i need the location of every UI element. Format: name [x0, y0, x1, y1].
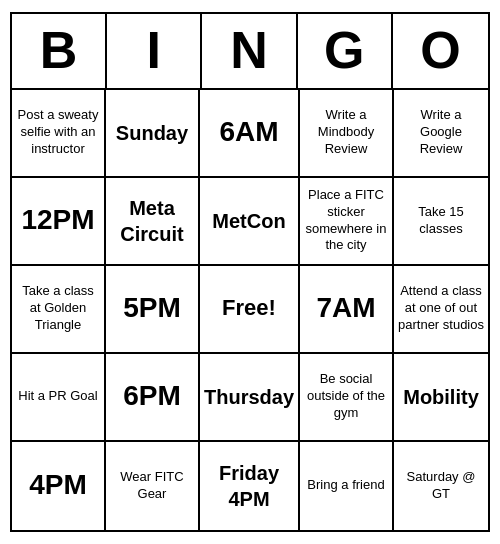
- bingo-card: BINGO Post a sweaty selfie with an instr…: [10, 12, 490, 531]
- bingo-cell-15: Hit a PR Goal: [12, 354, 106, 442]
- bingo-cell-12: Free!: [200, 266, 300, 354]
- bingo-cell-3: Write a Mindbody Review: [300, 90, 394, 178]
- bingo-cell-8: Place a FITC sticker somewhere in the ci…: [300, 178, 394, 266]
- bingo-cell-22: Friday 4PM: [200, 442, 300, 530]
- bingo-cell-17: Thursday: [200, 354, 300, 442]
- bingo-cell-0: Post a sweaty selfie with an instructor: [12, 90, 106, 178]
- bingo-cell-2: 6AM: [200, 90, 300, 178]
- bingo-cell-13: 7AM: [300, 266, 394, 354]
- bingo-cell-16: 6PM: [106, 354, 200, 442]
- bingo-cell-19: Mobility: [394, 354, 488, 442]
- bingo-cell-4: Write a Google Review: [394, 90, 488, 178]
- bingo-letter-i: I: [107, 14, 202, 87]
- bingo-cell-23: Bring a friend: [300, 442, 394, 530]
- bingo-cell-24: Saturday @ GT: [394, 442, 488, 530]
- bingo-cell-5: 12PM: [12, 178, 106, 266]
- bingo-cell-21: Wear FITC Gear: [106, 442, 200, 530]
- bingo-header: BINGO: [12, 14, 488, 89]
- bingo-cell-7: MetCon: [200, 178, 300, 266]
- bingo-cell-18: Be social outside of the gym: [300, 354, 394, 442]
- bingo-cell-6: Meta Circuit: [106, 178, 200, 266]
- bingo-cell-10: Take a class at Golden Triangle: [12, 266, 106, 354]
- bingo-letter-g: G: [298, 14, 393, 87]
- bingo-cell-1: Sunday: [106, 90, 200, 178]
- bingo-letter-o: O: [393, 14, 488, 87]
- bingo-grid: Post a sweaty selfie with an instructorS…: [12, 90, 488, 530]
- bingo-cell-20: 4PM: [12, 442, 106, 530]
- bingo-cell-11: 5PM: [106, 266, 200, 354]
- bingo-letter-b: B: [12, 14, 107, 87]
- bingo-cell-9: Take 15 classes: [394, 178, 488, 266]
- bingo-letter-n: N: [202, 14, 297, 87]
- bingo-cell-14: Attend a class at one of out partner stu…: [394, 266, 488, 354]
